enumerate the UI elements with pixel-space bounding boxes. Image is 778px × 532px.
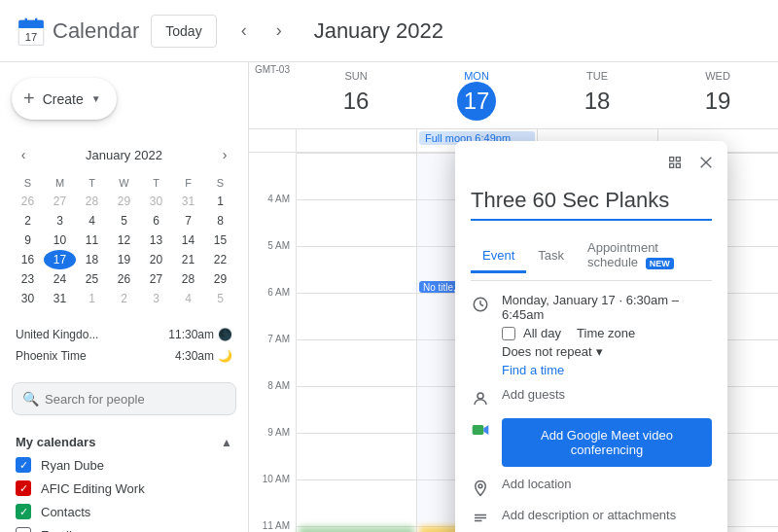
tab-event[interactable]: Event [471, 240, 526, 273]
find-time-link[interactable]: Find a time [502, 363, 712, 377]
cal-checkbox-ryan[interactable]: ✓ [16, 457, 31, 473]
location-content: Add location [502, 477, 712, 491]
mini-cal-day[interactable]: 1 [76, 289, 108, 308]
modal-close-button[interactable] [692, 149, 720, 176]
mini-cal-day[interactable]: 23 [12, 269, 44, 289]
mini-cal-day[interactable]: 2 [108, 289, 140, 308]
prev-month-button[interactable]: ‹ [229, 16, 260, 47]
mini-cal-day[interactable]: 17 [44, 250, 76, 269]
search-input[interactable] [45, 392, 226, 407]
mini-cal-day[interactable]: 19 [108, 250, 140, 269]
mini-cal-title: January 2022 [86, 148, 162, 162]
cal-item-contacts[interactable]: ✓ Contacts [0, 500, 248, 523]
cal-item-family[interactable]: Family [0, 523, 248, 532]
mini-cal-day[interactable]: 30 [140, 192, 172, 211]
day-num-mon[interactable]: 17 [457, 82, 496, 121]
mini-cal-day[interactable]: 2 [12, 211, 44, 231]
new-badge: NEW [646, 258, 674, 269]
mini-cal-day[interactable]: 4 [172, 289, 204, 308]
day-num-sun[interactable]: 16 [336, 82, 375, 121]
tz-row-phoenix: Phoenix Time 4:30am 🌙 [16, 345, 232, 367]
mini-cal-day[interactable]: 4 [76, 211, 108, 231]
mini-cal-day[interactable]: 26 [108, 269, 140, 289]
mini-cal-day[interactable]: 16 [12, 250, 44, 269]
svg-rect-2 [18, 26, 44, 28]
day-name-tue: TUE [537, 70, 657, 82]
today-button[interactable]: Today [151, 15, 216, 48]
mini-cal-day[interactable]: 31 [44, 289, 76, 308]
cal-checkbox-family[interactable] [16, 527, 31, 532]
description-icon [471, 510, 490, 529]
add-desc-placeholder[interactable]: Add description or attachments [502, 508, 676, 522]
mini-cal-day[interactable]: 5 [108, 211, 140, 231]
mini-cal-day[interactable]: 27 [44, 192, 76, 211]
event-title-input[interactable] [471, 184, 712, 221]
svg-point-18 [478, 484, 482, 488]
mini-cal-day[interactable]: 27 [140, 269, 172, 289]
mini-cal-day[interactable]: 6 [140, 211, 172, 231]
mini-cal-next[interactable]: › [213, 143, 236, 166]
mini-cal-day[interactable]: 22 [204, 250, 236, 269]
cal-name-family: Family [41, 528, 78, 533]
modal-expand-button[interactable] [661, 149, 689, 176]
all-day-sun [296, 129, 416, 152]
dow-s: S [12, 174, 44, 192]
add-location-placeholder[interactable]: Add location [502, 477, 572, 491]
svg-rect-6 [670, 158, 674, 161]
time-label-10am: 10 AM [249, 479, 296, 526]
mini-cal-day[interactable]: 29 [204, 269, 236, 289]
time-label-4am: 4 AM [249, 199, 296, 246]
add-guests-placeholder[interactable]: Add guests [502, 387, 565, 402]
create-button[interactable]: + Create ▼ [12, 78, 117, 120]
mini-cal-day[interactable]: 25 [76, 269, 108, 289]
event-datetime[interactable]: Monday, January 17 · 6:30am – 6:45am [502, 293, 712, 322]
mini-cal-day[interactable]: 5 [204, 289, 236, 308]
mini-cal-day[interactable]: 15 [204, 231, 236, 250]
my-calendars-header[interactable]: My calendars ▲ [0, 431, 248, 453]
mini-cal-day[interactable]: 3 [140, 289, 172, 308]
cal-item-afic[interactable]: ✓ AFIC Editing Work [0, 477, 248, 500]
mini-cal-day[interactable]: 21 [172, 250, 204, 269]
timezone-link[interactable]: Time zone [577, 326, 635, 340]
mini-cal-day[interactable]: 8 [204, 211, 236, 231]
next-month-button[interactable]: › [264, 16, 295, 47]
mini-cal-day[interactable]: 28 [76, 192, 108, 211]
day-num-tue[interactable]: 18 [578, 82, 617, 121]
mini-cal-day[interactable]: 7 [172, 211, 204, 231]
repeat-selector[interactable]: Does not repeat ▾ [502, 344, 712, 359]
mini-cal-day[interactable]: 31 [172, 192, 204, 211]
cal-checkbox-contacts[interactable]: ✓ [16, 504, 31, 519]
mini-cal-day[interactable]: 12 [108, 231, 140, 250]
cal-checkbox-afic[interactable]: ✓ [16, 480, 31, 496]
time-label-5am: 5 AM [249, 246, 296, 293]
mini-cal-day[interactable]: 1 [204, 192, 236, 211]
mini-cal-day[interactable]: 18 [76, 250, 108, 269]
mini-cal-day[interactable]: 3 [44, 211, 76, 231]
mini-cal-day[interactable]: 30 [12, 289, 44, 308]
tab-appointment[interactable]: Appointment schedule NEW [576, 232, 712, 280]
mini-cal-day[interactable]: 13 [140, 231, 172, 250]
allday-checkbox[interactable] [502, 327, 515, 340]
repeat-chevron-icon: ▾ [596, 344, 603, 359]
expand-icon [667, 155, 683, 170]
mini-cal-day[interactable]: 26 [12, 192, 44, 211]
mini-cal-day[interactable]: 9 [12, 231, 44, 250]
mini-cal-day[interactable]: 24 [44, 269, 76, 289]
event-modal: Event Task Appointment schedule NEW Mond… [455, 141, 727, 532]
mini-cal-day[interactable]: 11 [76, 231, 108, 250]
event-sun-1[interactable] [299, 526, 414, 532]
meet-content: Add Google Meet video conferencing [502, 418, 712, 467]
mini-cal-day[interactable]: 14 [172, 231, 204, 250]
modal-body: Event Task Appointment schedule NEW Mond… [455, 180, 727, 532]
logo: 17 Calendar [16, 16, 139, 47]
mini-cal-day[interactable]: 20 [140, 250, 172, 269]
cal-item-ryan[interactable]: ✓ Ryan Dube [0, 453, 248, 477]
add-meet-button[interactable]: Add Google Meet video conferencing [502, 418, 712, 467]
day-num-wed[interactable]: 19 [698, 82, 737, 121]
tab-task[interactable]: Task [526, 240, 576, 273]
mini-cal-day[interactable]: 10 [44, 231, 76, 250]
mini-cal-day[interactable]: 29 [108, 192, 140, 211]
time-label-6am: 6 AM [249, 293, 296, 339]
mini-cal-day[interactable]: 28 [172, 269, 204, 289]
mini-cal-prev[interactable]: ‹ [12, 143, 35, 166]
